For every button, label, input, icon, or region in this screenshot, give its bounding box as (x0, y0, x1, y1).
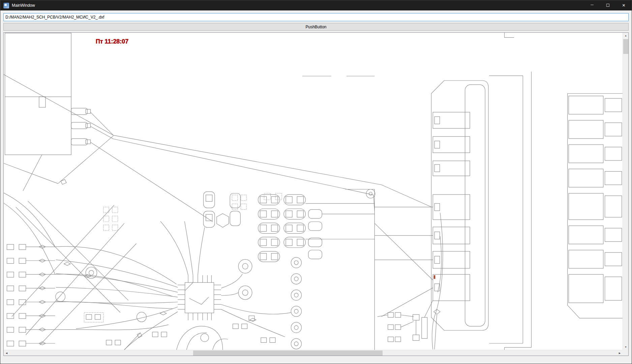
window-controls: ─ ☐ ✕ (584, 0, 632, 10)
vertical-scroll-thumb[interactable] (623, 39, 628, 54)
dxf-canvas[interactable]: Пт 11:28:07 (4, 33, 623, 350)
maximize-button[interactable]: ☐ (600, 0, 616, 10)
vertical-scrollbar[interactable]: ▲ ▼ (623, 33, 628, 350)
vertical-scroll-track[interactable] (623, 38, 628, 344)
window-title: MainWindow (12, 3, 35, 8)
app-icon[interactable] (3, 3, 9, 8)
dxf-drawing: Пт 11:28:07 (4, 33, 623, 350)
maximize-icon: ☐ (606, 3, 610, 8)
horizontal-scroll-track[interactable] (9, 351, 617, 355)
main-window: MainWindow ─ ☐ ✕ PushButton Пт 11:28:07 (0, 0, 632, 364)
scroll-left-arrow[interactable]: ◀ (4, 350, 9, 356)
scroll-down-arrow[interactable]: ▼ (623, 344, 629, 350)
canvas-timestamp: Пт 11:28:07 (96, 38, 128, 45)
push-button[interactable]: PushButton (3, 23, 629, 31)
graphics-view: Пт 11:28:07 (3, 32, 629, 356)
dxf-red-mark (434, 275, 435, 279)
minimize-icon: ─ (591, 2, 594, 7)
minimize-button[interactable]: ─ (584, 0, 600, 10)
horizontal-scrollbar[interactable]: ◀ ▶ (4, 350, 623, 356)
close-icon: ✕ (622, 3, 625, 8)
push-button-label: PushButton (305, 25, 326, 29)
status-bar (0, 356, 632, 364)
central-widget: PushButton Пт 11:28:07 (0, 10, 632, 356)
scrollbar-corner (623, 350, 628, 356)
close-button[interactable]: ✕ (616, 0, 632, 10)
file-path-input[interactable] (3, 13, 629, 21)
scroll-right-arrow[interactable]: ▶ (617, 350, 623, 356)
titlebar: MainWindow ─ ☐ ✕ (0, 0, 632, 10)
horizontal-scroll-thumb[interactable] (193, 351, 383, 356)
scroll-up-arrow[interactable]: ▲ (623, 33, 629, 38)
